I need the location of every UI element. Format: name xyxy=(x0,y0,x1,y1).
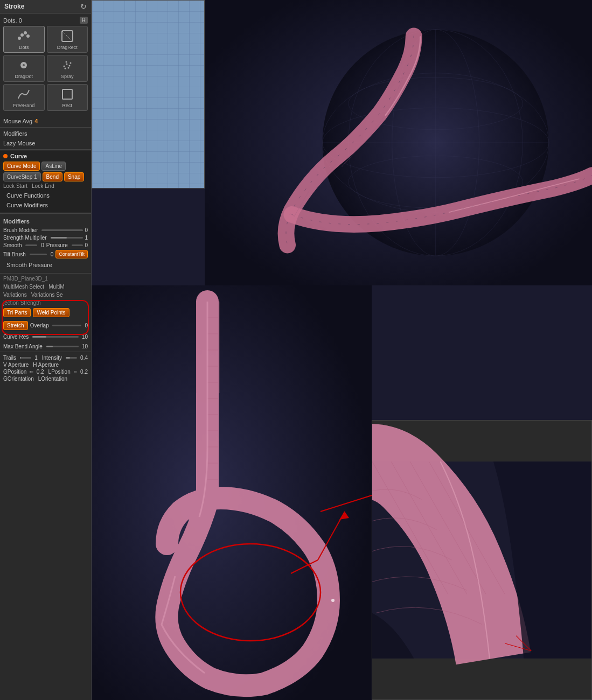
refresh-icon[interactable]: ↻ xyxy=(80,2,87,11)
max-bend-slider[interactable] xyxy=(46,346,79,347)
variations-row: Variations Variations Se xyxy=(0,291,91,299)
gposition-row: GPosition 0.2 LPosition 0.2 xyxy=(3,369,88,375)
pm3d-label: PM3D_Plane3D_1 xyxy=(3,276,48,282)
multimesh-select-label[interactable]: MultiMesh Select xyxy=(3,284,44,290)
curve-res-slider[interactable] xyxy=(32,336,79,338)
smooth-pressure-label: Smooth Pressure xyxy=(6,262,52,268)
strength-multiplier-value: 1 xyxy=(85,235,88,241)
svg-point-3 xyxy=(26,34,30,38)
smooth-value: 0 xyxy=(41,242,44,248)
intensity-slider[interactable] xyxy=(66,357,77,359)
trails-section: Trails 1 Intensity 0.4 V Aperture H Aper… xyxy=(0,353,91,384)
stroke-type-dragdot[interactable]: DragDot xyxy=(3,55,45,82)
smooth-pressure-row: Smooth 0 Pressure 0 xyxy=(3,242,88,248)
modifiers2-header: Modifiers xyxy=(3,217,88,226)
smooth-slider[interactable] xyxy=(25,244,37,246)
viewport-bottom-right[interactable] xyxy=(372,420,592,700)
constant-tilt-button[interactable]: ConstantTilt xyxy=(55,250,88,258)
svg-rect-4 xyxy=(62,31,73,41)
multimesh-row: MultiMesh Select MultiM xyxy=(0,283,91,291)
stroke-type-dots[interactable]: Dots xyxy=(3,26,45,53)
viewport-bottom-left[interactable] xyxy=(92,285,372,700)
max-bend-label: Max Bend Angle xyxy=(3,344,43,349)
tilt-brush-row: Tilt Brush 0 ConstantTilt xyxy=(3,250,88,258)
overlap-label: Overlap xyxy=(30,323,49,328)
curve-step-row: CurveStep 1 Bend Snap xyxy=(3,172,88,181)
curve-functions-label[interactable]: Curve Functions xyxy=(3,191,88,200)
stroke-type-spray[interactable]: Spray xyxy=(47,55,88,82)
dots-label-row: Dots. 0 R xyxy=(3,17,88,24)
overlap-slider[interactable] xyxy=(52,325,82,326)
stretch-overlap-row: Stretch Overlap 0 xyxy=(0,320,91,331)
intensity-label: Intensity xyxy=(42,355,62,361)
dots-label: Dots. 0 xyxy=(3,17,22,24)
trails-slider[interactable] xyxy=(20,357,31,359)
tilt-slider[interactable] xyxy=(30,254,47,255)
lock-row: Lock Start Lock End xyxy=(3,183,88,189)
stroke-type-dragrect[interactable]: DragRect xyxy=(47,26,88,53)
variations-label[interactable]: Variations xyxy=(3,292,27,298)
lazy-mouse-label[interactable]: Lazy Mouse xyxy=(0,138,91,148)
projection-row: jection Strength xyxy=(0,299,91,307)
smooth-pressure-section: Smooth Pressure xyxy=(3,260,88,270)
svg-point-1 xyxy=(20,33,24,37)
pm3d-row: PM3D_Plane3D_1 xyxy=(0,275,91,283)
h-aperture-label: H Aperture xyxy=(33,362,59,368)
stroke-type-freehand[interactable]: FreeHand xyxy=(3,84,45,111)
tri-weld-row: Tri Parts Weld Points xyxy=(0,307,91,318)
brush-modifier-slider[interactable] xyxy=(41,229,83,231)
r-badge[interactable]: R xyxy=(80,17,88,24)
overlap-value: 0 xyxy=(85,323,88,328)
projection-label: jection Strength xyxy=(3,300,41,306)
multimesh-label[interactable]: MultiM xyxy=(48,284,64,290)
curve-modifiers-label[interactable]: Curve Modifiers xyxy=(3,200,88,210)
pressure-slider[interactable] xyxy=(72,244,83,246)
svg-point-14 xyxy=(69,62,71,64)
smooth-label: Smooth xyxy=(3,242,22,248)
svg-point-12 xyxy=(67,67,69,69)
bottom-left-svg xyxy=(92,285,372,700)
curve-step-button[interactable]: CurveStep 1 xyxy=(3,172,41,181)
gposition-slider[interactable] xyxy=(30,371,33,373)
viewport-top[interactable] xyxy=(205,0,592,285)
tilt-brush-value: 0 xyxy=(51,251,54,257)
intensity-value: 0.4 xyxy=(80,355,88,361)
curve-orange-dot xyxy=(3,154,8,158)
trails-value: 1 xyxy=(34,355,38,361)
curve-mode-row: Curve Mode AsLine xyxy=(3,162,88,171)
lock-start-label[interactable]: Lock Start xyxy=(3,183,27,189)
dots-label-icon: Dots xyxy=(19,45,29,50)
brush-modifier-label: Brush Modifier xyxy=(3,227,38,233)
svg-rect-15 xyxy=(62,89,72,99)
strength-multiplier-slider[interactable] xyxy=(51,237,83,239)
curve-mode-button[interactable]: Curve Mode xyxy=(3,162,40,171)
stroke-type-rect[interactable]: Rect xyxy=(47,84,88,111)
dragrect-label: DragRect xyxy=(57,45,78,50)
weld-points-button[interactable]: Weld Points xyxy=(33,308,69,317)
mouse-avg-row: Mouse Avg 4 xyxy=(0,116,91,126)
panel-title: Stroke xyxy=(4,3,24,10)
snap-button[interactable]: Snap xyxy=(64,172,84,181)
modifiers2-section: Modifiers Brush Modifier 0 Strength Mult… xyxy=(0,215,91,272)
brush-modifier-row: Brush Modifier 0 xyxy=(3,227,88,233)
gorientation-label: GOrientation xyxy=(3,376,34,382)
brush-modifier-value: 0 xyxy=(85,227,88,233)
lposition-slider[interactable] xyxy=(74,371,77,373)
bend-button[interactable]: Bend xyxy=(43,172,62,181)
mouse-avg-label: Mouse Avg xyxy=(3,118,32,124)
curve-title: Curve xyxy=(10,153,27,159)
grid-preview xyxy=(92,0,205,188)
lposition-value: 0.2 xyxy=(80,369,88,375)
variations-se-label[interactable]: Variations Se xyxy=(31,292,63,298)
tri-parts-button[interactable]: Tri Parts xyxy=(3,308,31,317)
pressure-value: 0 xyxy=(85,242,88,248)
mouse-avg-value[interactable]: 4 xyxy=(34,118,38,124)
modifiers-section-label: Modifiers xyxy=(0,129,91,138)
stretch-button[interactable]: Stretch xyxy=(3,321,28,330)
dragdot-label: DragDot xyxy=(15,74,33,79)
strength-multiplier-row: Strength Multiplier 1 xyxy=(3,235,88,241)
svg-point-8 xyxy=(63,66,65,67)
trails-row: Trails 1 Intensity 0.4 xyxy=(3,355,88,361)
as-line-button[interactable]: AsLine xyxy=(41,162,66,171)
lock-end-label[interactable]: Lock End xyxy=(32,183,54,189)
